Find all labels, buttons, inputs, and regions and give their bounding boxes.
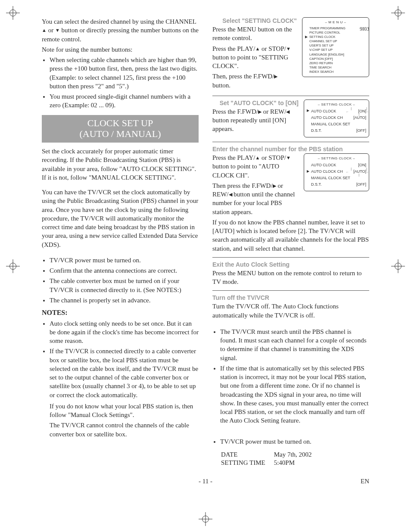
step-title: Set "AUTO CLOCK" to [ON] — [212, 100, 299, 106]
clock-intro: Set the clock accurately for proper auto… — [42, 147, 199, 182]
osd-title: – SETTING CLOCK – — [307, 156, 366, 161]
step-body: Then, press the F.FWD/▶ button. — [212, 72, 297, 90]
notes-label: NOTES: — [42, 308, 199, 317]
osd-menu-item: CHANNEL SET UP — [305, 39, 366, 44]
list-item: TV/VCR power must be turned on. — [50, 256, 199, 264]
step-divider — [212, 290, 369, 291]
osd-menu-item: TIMER PROGRAMMING — [305, 26, 366, 31]
example-values: DATE May 7th, 2002 SETTING TIME 5:40PM — [220, 450, 321, 467]
document-page: You can select the desired channel by us… — [42, 17, 369, 485]
example-time-value: 5:40PM — [274, 459, 320, 467]
list-item: TV/VCR power must be turned on. — [220, 437, 369, 446]
step-body: Then press the F.FWD/▶ or REW/◀ button u… — [212, 181, 299, 216]
osd-setting-clock-panel: – SETTING CLOCK – AUTO CLOCK[ON]▶AUTO CL… — [304, 153, 369, 191]
step-select-setting-clock: Select "SETTING CLOCK" Press the MENU bu… — [212, 17, 369, 91]
notes-tail: The TV/VCR cannot control the channels o… — [50, 421, 199, 439]
left-column: You can select the desired channel by us… — [42, 17, 199, 467]
step-divider — [212, 142, 369, 142]
step-body: Turn the TV/VCR off. The Auto Clock func… — [212, 302, 369, 320]
step-body: Press the PLAY/▲ or STOP/▼ button to poi… — [212, 44, 297, 71]
post-steps-notes: The TV/VCR must search until the PBS cha… — [212, 327, 369, 425]
step-body: Press the F.FWD/▶ or REW/◀ button repeat… — [212, 107, 299, 134]
list-item: When selecting cable channels which are … — [50, 56, 199, 90]
step-divider — [212, 257, 369, 258]
triangle-down-icon: ▼ — [55, 28, 60, 33]
osd-setting-row: AUTO CLOCK CH[AUTO] — [307, 115, 366, 120]
step-enter-pbs-channel: Enter the channel number for the PBS sta… — [212, 146, 369, 253]
registration-mark-icon — [199, 512, 212, 526]
manual-prereq: TV/VCR power must be turned on. — [212, 437, 369, 446]
triangle-down-icon: ▼ — [286, 156, 291, 160]
step-exit-auto-clock: Exit the Auto Clock Setting Press the ME… — [212, 261, 369, 286]
triangle-right-icon: ▶ — [258, 109, 262, 114]
osd-setting-row: MANUAL CLOCK SET — [307, 175, 366, 180]
channel-note-intro: Note for using the number buttons: — [42, 45, 199, 54]
auto-clock-intro: You can have the TV/VCR set the clock au… — [42, 188, 199, 249]
osd-menu-item: TIME SEARCH — [305, 65, 366, 70]
triangle-left-icon: ◀ — [286, 109, 290, 114]
triangle-right-icon: ▶ — [307, 109, 309, 113]
registration-mark-icon — [391, 259, 405, 273]
osd-setting-row: ▶AUTO CLOCK CH[AUTO]|||←→ — [307, 169, 366, 174]
list-item: You must proceed single-digit channel nu… — [50, 92, 199, 110]
list-item: The channel is properly set in advance. — [50, 296, 199, 305]
step-body: Press the PLAY/▲ or STOP/▼ button to poi… — [212, 153, 299, 180]
triangle-right-icon: ▶ — [273, 184, 276, 188]
page-footer: - 11 - EN 9I03 — [42, 478, 369, 485]
osd-menu-item: V-CHIP SET UP — [305, 48, 366, 52]
osd-menu-item: LANGUAGE [ENGLISH] — [305, 53, 366, 57]
list-item: If the TV/VCR is connected directly to a… — [50, 347, 199, 399]
osd-setting-row: D.S.T.[OFF] — [307, 128, 366, 133]
triangle-right-icon: ▶ — [305, 35, 308, 40]
example-date-label: DATE — [221, 451, 273, 458]
osd-setting-row: MANUAL CLOCK SET — [307, 121, 366, 127]
section-title: CLOCK SET UP (AUTO / MANUAL) — [42, 115, 199, 143]
notes-list: Auto clock setting only needs to be set … — [42, 319, 199, 399]
registration-mark-icon — [391, 6, 405, 20]
osd-setting-clock-panel: – SETTING CLOCK – ▶AUTO CLOCK[ON]|||←→AU… — [304, 100, 369, 137]
osd-menu-item: USER'S SET UP — [305, 44, 366, 48]
triangle-left-icon: ◀ — [229, 192, 232, 197]
list-item: Confirm that the antenna connections are… — [50, 266, 199, 275]
step-divider — [212, 96, 369, 96]
osd-menu-item: CAPTION [OFF] — [305, 57, 366, 61]
step-set-auto-clock-on: Set "AUTO CLOCK" to [ON] Press the F.FWD… — [212, 100, 369, 137]
auto-clock-prereq-list: TV/VCR power must be turned on.Confirm t… — [42, 256, 199, 305]
triangle-up-icon: ▲ — [42, 28, 47, 33]
language-code: EN — [361, 478, 369, 485]
triangle-right-icon: ▶ — [307, 169, 309, 174]
triangle-up-icon: ▲ — [255, 47, 260, 51]
osd-title: – SETTING CLOCK – — [307, 103, 366, 107]
step-title: Enter the channel number for the PBS sta… — [212, 146, 369, 152]
example-date-value: May 7th, 2002 — [274, 451, 320, 458]
osd-menu-panel: – M E N U – TIMER PROGRAMMINGPICTURE CON… — [302, 17, 369, 77]
step-body: Press the MENU button on the remote cont… — [212, 269, 369, 286]
channel-intro: You can select the desired channel by us… — [42, 17, 199, 44]
osd-setting-row: ▶AUTO CLOCK[ON]|||←→ — [307, 109, 366, 114]
triangle-up-icon: ▲ — [255, 156, 260, 160]
registration-mark-icon — [6, 6, 20, 20]
registration-mark-icon — [6, 259, 20, 273]
osd-menu-item: PICTURE CONTROL — [305, 31, 366, 35]
example-time-label: SETTING TIME — [221, 459, 273, 467]
osd-setting-row: D.S.T.[OFF] — [307, 182, 366, 187]
step-title: Exit the Auto Clock Setting — [212, 261, 369, 268]
list-item: If the time that is automatically set by… — [220, 364, 369, 425]
page-number: - 11 - — [199, 478, 212, 485]
osd-menu-item: ZERO RETURN — [305, 61, 366, 65]
doc-code: 9I03 — [360, 26, 369, 32]
osd-title: – M E N U – — [305, 20, 366, 25]
list-item: Auto clock setting only needs to be set … — [50, 319, 199, 345]
triangle-down-icon: ▼ — [286, 47, 291, 51]
step-body: Press the MENU button on the remote cont… — [212, 25, 297, 43]
step-title: Turn off the TV/VCR — [212, 294, 369, 301]
osd-setting-row: AUTO CLOCK[ON] — [307, 162, 366, 168]
right-column: Select "SETTING CLOCK" Press the MENU bu… — [212, 17, 369, 467]
step-title: Select "SETTING CLOCK" — [212, 17, 297, 24]
step-body: If you do not know the PBS channel numbe… — [212, 218, 369, 253]
channel-note-list: When selecting cable channels which are … — [42, 56, 199, 110]
osd-menu-item: ▶SETTING CLOCK — [305, 35, 366, 39]
notes-tail: If you do not know what your local PBS s… — [50, 402, 199, 420]
list-item: The TV/VCR must search until the PBS cha… — [220, 327, 369, 362]
osd-menu-item: INDEX SEARCH — [305, 70, 366, 74]
